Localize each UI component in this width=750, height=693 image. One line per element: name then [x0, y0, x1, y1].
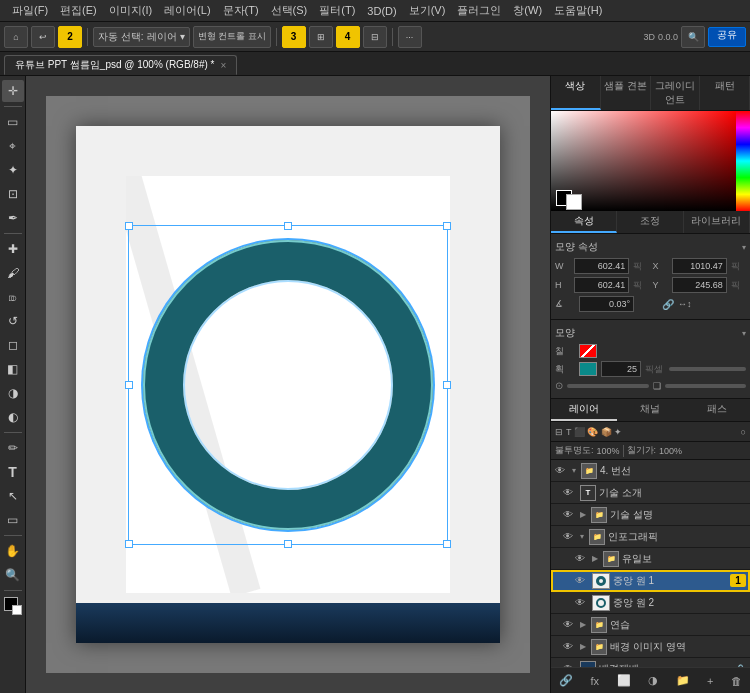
menu-layer[interactable]: 레이어(L)	[158, 3, 216, 18]
layer-eye-unique[interactable]: 👁	[575, 553, 589, 564]
add-mask-button[interactable]: ⬜	[613, 672, 635, 689]
text-tool[interactable]: T	[2, 461, 24, 483]
layer-row-circle1[interactable]: 👁 중앙 원 1 1	[551, 570, 750, 592]
layer-eye-circle2[interactable]: 👁	[575, 597, 589, 608]
menu-help[interactable]: 도움말(H)	[548, 3, 608, 18]
marquee-tool[interactable]: ▭	[2, 111, 24, 133]
angle-input[interactable]	[579, 296, 634, 312]
layer-row-bg-image[interactable]: 👁 ▶ 📁 배경 이미지 영역	[551, 636, 750, 658]
selection-handle-tr[interactable]	[443, 222, 451, 230]
layer-eye-4[interactable]: 👁	[555, 465, 569, 476]
layer-arrow-infographic[interactable]: ▾	[580, 532, 584, 541]
history-brush-tool[interactable]: ↺	[2, 310, 24, 332]
layer-row-circle2[interactable]: 👁 중앙 원 2	[551, 592, 750, 614]
menu-3d[interactable]: 3D(D)	[361, 5, 402, 17]
dodge-tool[interactable]: ◐	[2, 406, 24, 428]
zoom-tool[interactable]: 🔍	[2, 564, 24, 586]
stamp-tool[interactable]: ⎄	[2, 286, 24, 308]
selection-handle-tl[interactable]	[125, 222, 133, 230]
w-input[interactable]	[574, 258, 629, 274]
layer-row-desc[interactable]: 👁 ▶ 📁 기술 설명	[551, 504, 750, 526]
stroke-size-input[interactable]	[601, 361, 641, 377]
align-button-3[interactable]: 3	[282, 26, 306, 48]
layers-list[interactable]: 👁 ▾ 📁 4. 번선 👁 T 기술 소개 👁 ▶ 📁	[551, 460, 750, 667]
adjustments-tab[interactable]: 조정	[617, 211, 683, 233]
layers-tab[interactable]: 레이어	[551, 399, 617, 421]
fill-value[interactable]: 100%	[659, 446, 682, 456]
link-layers-button[interactable]: 🔗	[555, 672, 577, 689]
menu-text[interactable]: 문자(T)	[217, 3, 265, 18]
channels-tab[interactable]: 채널	[617, 399, 683, 421]
home-button[interactable]: ⌂	[4, 26, 28, 48]
selection-handle-tm[interactable]	[284, 222, 292, 230]
menu-filter[interactable]: 필터(T)	[313, 3, 361, 18]
add-adjustment-button[interactable]: ◑	[644, 672, 662, 689]
layer-arrow-practice[interactable]: ▶	[580, 620, 586, 629]
eraser-tool[interactable]: ◻	[2, 334, 24, 356]
h-input[interactable]	[574, 277, 629, 293]
layer-eye-bg-image[interactable]: 👁	[563, 641, 577, 652]
layer-row-bg[interactable]: 👁 배경재배 🔒	[551, 658, 750, 667]
menu-window[interactable]: 창(W)	[507, 3, 548, 18]
back-button[interactable]: ↩	[31, 26, 55, 48]
add-layer-button[interactable]: +	[703, 673, 717, 689]
filter-toggle[interactable]: ○	[741, 427, 746, 437]
layer-row-infographic[interactable]: 👁 ▾ 📁 인포그래픽	[551, 526, 750, 548]
blur-tool[interactable]: ◑	[2, 382, 24, 404]
layer-eye-text[interactable]: 👁	[563, 487, 577, 498]
foreground-color[interactable]	[2, 595, 24, 617]
align-distribute-button[interactable]: ⊞	[309, 26, 333, 48]
stroke-slider[interactable]	[669, 367, 746, 371]
opacity-slider[interactable]	[567, 384, 649, 388]
move-tool-button[interactable]: 2	[58, 26, 82, 48]
transform-header[interactable]: 모양 속성 ▾	[555, 238, 746, 258]
layer-eye-infographic[interactable]: 👁	[563, 531, 577, 542]
color-picker-area[interactable]	[551, 111, 750, 211]
gradient-tool[interactable]: ◧	[2, 358, 24, 380]
distribute-button[interactable]: ⊟	[363, 26, 387, 48]
x-input[interactable]	[672, 258, 727, 274]
canvas-area[interactable]	[26, 76, 550, 693]
y-input[interactable]	[672, 277, 727, 293]
link-icon[interactable]: 🔗	[662, 299, 674, 310]
menu-image[interactable]: 이미지(I)	[103, 3, 158, 18]
selection-handle-ml[interactable]	[125, 381, 133, 389]
color-tab[interactable]: 색상	[551, 76, 601, 110]
stroke-swatch[interactable]	[579, 362, 597, 376]
menu-view[interactable]: 보기(V)	[403, 3, 452, 18]
document-tab[interactable]: 유튜브 PPT 썸름임_psd @ 100% (RGB/8#) * ×	[4, 55, 237, 75]
selection-box[interactable]	[128, 225, 448, 545]
menu-edit[interactable]: 편집(E)	[54, 3, 103, 18]
menu-select[interactable]: 선택(S)	[265, 3, 314, 18]
properties-tab[interactable]: 속성	[551, 211, 617, 233]
paths-tab[interactable]: 패스	[684, 399, 750, 421]
layer-arrow-unique[interactable]: ▶	[592, 554, 598, 563]
canvas-card[interactable]	[126, 176, 450, 593]
selection-handle-bm[interactable]	[284, 540, 292, 548]
gradients-tab[interactable]: 그레이디언트	[651, 76, 701, 110]
add-style-button[interactable]: fx	[587, 673, 604, 689]
opacity-value[interactable]: 100%	[597, 446, 620, 456]
layer-eye-desc[interactable]: 👁	[563, 509, 577, 520]
opacity-slider2[interactable]	[665, 384, 747, 388]
more-options-button[interactable]: ···	[398, 26, 422, 48]
layer-arrow-desc[interactable]: ▶	[580, 510, 586, 519]
layer-row-4[interactable]: 👁 ▾ 📁 4. 번선	[551, 460, 750, 482]
show-transform-checkbox[interactable]: 변형 컨트롤 표시	[193, 26, 271, 48]
add-group-button[interactable]: 📁	[672, 672, 694, 689]
path-select-tool[interactable]: ↖	[2, 485, 24, 507]
background-swatch[interactable]	[566, 194, 582, 210]
crop-tool[interactable]: ⊡	[2, 183, 24, 205]
delete-layer-button[interactable]: 🗑	[727, 673, 746, 689]
auto-select-dropdown[interactable]: 자동 선택: 레이어 ▾	[93, 27, 190, 47]
shape-tool[interactable]: ▭	[2, 509, 24, 531]
patterns-tab[interactable]: 패턴	[700, 76, 750, 110]
lasso-tool[interactable]: ⌖	[2, 135, 24, 157]
layer-row-practice[interactable]: 👁 ▶ 📁 연습	[551, 614, 750, 636]
color-spectrum[interactable]	[736, 111, 750, 211]
tab-close-button[interactable]: ×	[220, 60, 226, 71]
hand-tool[interactable]: ✋	[2, 540, 24, 562]
fill-swatch[interactable]	[579, 344, 597, 358]
layer-row-text[interactable]: 👁 T 기술 소개	[551, 482, 750, 504]
search-button[interactable]: 🔍	[681, 26, 705, 48]
